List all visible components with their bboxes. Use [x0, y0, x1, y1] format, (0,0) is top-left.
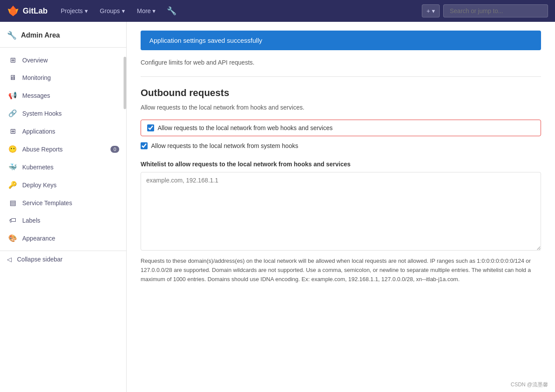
nav-projects[interactable]: Projects ▾	[56, 5, 92, 17]
deploy-keys-icon: 🔑	[8, 181, 17, 189]
chevron-down-icon: ▾	[85, 7, 88, 14]
nav-more[interactable]: More ▾	[133, 5, 160, 17]
sidebar-item-service-templates[interactable]: ▤ Service Templates	[0, 194, 126, 212]
sidebar-item-applications[interactable]: ⊞ Applications	[0, 122, 126, 140]
search-input[interactable]	[443, 4, 548, 17]
system-hooks-icon: 🔗	[8, 109, 17, 117]
success-alert: Application settings saved successfully	[141, 31, 541, 50]
checkbox-webhooks[interactable]	[147, 124, 154, 131]
collapse-label: Collapse sidebar	[17, 256, 62, 263]
checkbox-system-hooks-label[interactable]: Allow requests to the local network from…	[141, 140, 541, 152]
topnav: GitLab Projects ▾ Groups ▾ More ▾ 🔧 + ▾	[0, 0, 555, 22]
new-button[interactable]: + ▾	[422, 4, 440, 17]
messages-icon: 📢	[8, 91, 17, 100]
nav-groups[interactable]: Groups ▾	[96, 5, 129, 17]
sidebar-item-label: Overview	[22, 57, 48, 64]
sidebar-item-label: Monitoring	[22, 74, 51, 81]
sidebar-collapse-button[interactable]: ◁ Collapse sidebar	[0, 251, 126, 268]
chevron-down-icon: ▾	[152, 7, 155, 14]
sidebar-item-labels[interactable]: 🏷 Labels	[0, 212, 126, 229]
checkbox-webhooks-text: Allow requests to the local network from…	[158, 124, 333, 131]
abuse-reports-badge: 0	[110, 146, 119, 153]
collapse-icon: ◁	[7, 256, 12, 263]
section-divider	[141, 76, 541, 77]
page-subtitle: Configure limits for web and API request…	[141, 59, 541, 66]
monitoring-icon: 🖥	[8, 74, 17, 82]
section-title: Outbound requests	[141, 87, 541, 99]
main-content: Application settings saved successfully …	[127, 22, 555, 392]
sidebar-item-label: Labels	[22, 217, 40, 224]
checkbox-system-hooks-text: Allow requests to the local network from…	[151, 142, 298, 149]
sidebar-item-label: Kubernetes	[22, 164, 54, 171]
sidebar-scrollbar[interactable]	[124, 48, 126, 392]
sidebar-item-kubernetes[interactable]: 🐳 Kubernetes	[0, 158, 126, 176]
sidebar-item-overview[interactable]: ⊞ Overview	[0, 51, 126, 69]
sidebar-item-messages[interactable]: 📢 Messages	[0, 86, 126, 104]
layout: 🔧 Admin Area ⊞ Overview 🖥 Monitoring 📢 M…	[0, 22, 555, 392]
whitelist-textarea[interactable]	[141, 172, 541, 251]
checkbox-system-hooks[interactable]	[141, 142, 148, 149]
sidebar-item-label: Service Templates	[22, 199, 72, 206]
sidebar-item-abuse-reports[interactable]: 😶 Abuse Reports 0	[0, 140, 126, 158]
gitlab-wordmark: GitLab	[23, 7, 48, 16]
sidebar-item-label: Abuse Reports	[22, 146, 63, 153]
checkbox-webhooks-label[interactable]: Allow requests to the local network from…	[141, 120, 541, 136]
sidebar-item-appearance[interactable]: 🎨 Appearance	[0, 229, 126, 247]
sidebar-item-label: Appearance	[22, 235, 55, 242]
admin-wrench-icon[interactable]: 🔧	[163, 6, 180, 16]
sidebar: 🔧 Admin Area ⊞ Overview 🖥 Monitoring 📢 M…	[0, 22, 127, 392]
sidebar-item-monitoring[interactable]: 🖥 Monitoring	[0, 69, 126, 86]
whitelist-title: Whitelist to allow requests to the local…	[141, 161, 541, 168]
sidebar-item-deploy-keys[interactable]: 🔑 Deploy Keys	[0, 176, 126, 194]
chevron-down-icon: ▾	[122, 7, 125, 14]
sidebar-scrollbar-thumb	[124, 57, 126, 109]
sidebar-title: Admin Area	[21, 31, 60, 39]
admin-area-icon: 🔧	[7, 31, 17, 40]
labels-icon: 🏷	[8, 217, 17, 224]
kubernetes-icon: 🐳	[8, 163, 17, 171]
appearance-icon: 🎨	[8, 234, 17, 242]
section-description: Allow requests to the local network from…	[141, 104, 541, 111]
watermark: CSDN @流墨馨	[510, 381, 548, 389]
abuse-reports-icon: 😶	[8, 145, 17, 153]
whitelist-description: Requests to these domain(s)/address(es) …	[141, 257, 541, 284]
sidebar-item-label: System Hooks	[22, 110, 62, 117]
sidebar-item-label: Deploy Keys	[22, 182, 57, 189]
sidebar-header: 🔧 Admin Area	[0, 25, 126, 48]
chevron-down-icon: ▾	[432, 7, 435, 14]
applications-icon: ⊞	[8, 127, 17, 135]
sidebar-item-label: Messages	[22, 92, 50, 99]
sidebar-item-system-hooks[interactable]: 🔗 System Hooks	[0, 104, 126, 122]
gitlab-logo-icon	[7, 5, 19, 17]
overview-icon: ⊞	[8, 56, 17, 64]
sidebar-item-label: Applications	[22, 128, 55, 135]
service-templates-icon: ▤	[8, 199, 17, 207]
gitlab-logo[interactable]: GitLab	[7, 5, 48, 17]
